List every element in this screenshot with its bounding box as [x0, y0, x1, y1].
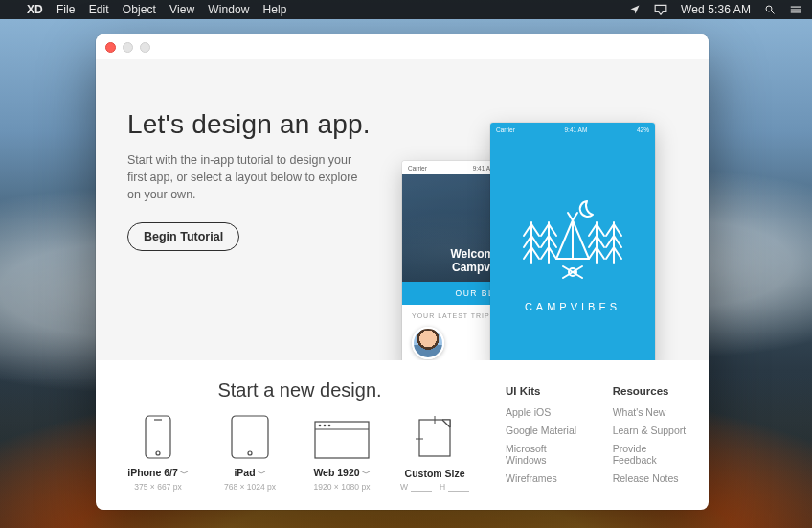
hero-subtitle: Start with the in-app tutorial to design…	[127, 151, 372, 203]
xd-welcome-window: Let's design an app. Start with the in-a…	[96, 34, 709, 510]
statusbar: Carrier 9:41 AM 42%	[490, 123, 655, 136]
app-menu[interactable]: XD	[27, 3, 43, 16]
menu-help[interactable]: Help	[262, 3, 286, 16]
ui-kits-column: UI Kits Apple iOS Google Material Micros…	[506, 385, 588, 498]
spotlight-icon[interactable]	[764, 4, 776, 15]
svg-point-24	[324, 425, 327, 427]
svg-line-11	[568, 213, 573, 220]
link-release-notes[interactable]: Release Notes	[613, 472, 691, 484]
browser-icon	[314, 421, 370, 459]
resources-heading: Resources	[613, 385, 691, 397]
tile-dim: 1920 × 1080 px	[308, 482, 375, 492]
tile-name: Custom Size	[405, 468, 465, 479]
hero-preview: Carrier 9:41 AM 100% Welcome to Campvibe…	[402, 123, 709, 360]
svg-line-12	[573, 213, 577, 220]
menu-extras-icon[interactable]	[789, 4, 802, 15]
custom-height-input[interactable]	[448, 481, 469, 492]
svg-rect-21	[315, 422, 369, 458]
window-titlebar[interactable]	[96, 34, 709, 59]
window-close-button[interactable]	[105, 42, 116, 53]
hero-section: Let's design an app. Start with the in-a…	[96, 59, 709, 360]
avatar	[412, 327, 444, 359]
tile-ipad[interactable]: iPad﹀ 768 × 1024 px	[216, 415, 283, 492]
location-icon[interactable]	[629, 4, 641, 15]
tile-name: iPhone 6/7	[127, 467, 178, 478]
svg-rect-26	[419, 420, 450, 456]
chevron-down-icon: ﹀	[258, 469, 266, 478]
custom-width-input[interactable]	[411, 481, 432, 492]
new-design-section: Start a new design. iPhone 6/7﹀ 375 × 66…	[96, 360, 488, 510]
menu-edit[interactable]: Edit	[89, 3, 109, 16]
hero-title: Let's design an app.	[127, 109, 395, 140]
kit-wireframes[interactable]: Wireframes	[506, 472, 588, 484]
svg-point-17	[156, 451, 160, 455]
new-design-heading: Start a new design.	[124, 379, 475, 402]
brand-name: CAMPVIBES	[525, 301, 620, 312]
tablet-icon	[231, 415, 269, 459]
ui-kits-heading: UI Kits	[506, 385, 588, 397]
menu-view[interactable]: View	[169, 3, 194, 16]
link-whats-new[interactable]: What's New	[613, 406, 691, 418]
carrier-label: Carrier	[496, 126, 515, 133]
menubar-clock[interactable]: Wed 5:36 AM	[681, 3, 751, 16]
airplay-icon[interactable]	[654, 4, 667, 15]
menu-window[interactable]: Window	[208, 3, 249, 16]
tile-custom[interactable]: Custom Size W H	[400, 416, 469, 492]
carrier-label: Carrier	[408, 165, 427, 172]
svg-point-25	[328, 425, 331, 427]
phone-icon	[145, 415, 171, 459]
resources-column: Resources What's New Learn & Support Pro…	[613, 385, 691, 498]
width-label: W	[400, 482, 408, 492]
link-provide-feedback[interactable]: Provide Feedback	[613, 443, 691, 466]
begin-tutorial-button[interactable]: Begin Tutorial	[127, 222, 239, 251]
kit-google-material[interactable]: Google Material	[506, 425, 588, 436]
tile-dim: 768 × 1024 px	[216, 482, 283, 492]
link-learn-support[interactable]: Learn & Support	[613, 425, 691, 436]
svg-point-20	[248, 451, 252, 455]
tile-dim: 375 × 667 px	[124, 482, 192, 492]
time-label: 9:41 AM	[565, 126, 588, 133]
tile-web[interactable]: Web 1920﹀ 1920 × 1080 px	[308, 421, 375, 492]
svg-point-23	[319, 425, 322, 427]
tile-iphone[interactable]: iPhone 6/7﹀ 375 × 667 px	[124, 415, 192, 492]
svg-line-1	[772, 11, 775, 14]
preview-phone-front: Carrier 9:41 AM 42%	[490, 123, 655, 360]
tile-name: Web 1920	[313, 467, 359, 478]
battery-label: 42%	[637, 126, 649, 133]
custom-artboard-icon	[416, 416, 454, 460]
menu-object[interactable]: Object	[123, 3, 156, 16]
macos-menubar: XD File Edit Object View Window Help Wed…	[0, 0, 812, 19]
kit-microsoft-windows[interactable]: Microsoft Windows	[506, 443, 588, 466]
campvibes-logo-icon	[520, 195, 625, 282]
kit-apple-ios[interactable]: Apple iOS	[506, 406, 588, 418]
chevron-down-icon: ﹀	[180, 469, 189, 478]
chevron-down-icon: ﹀	[362, 469, 371, 478]
svg-point-0	[766, 6, 772, 11]
window-zoom-button[interactable]	[140, 42, 150, 53]
window-minimize-button[interactable]	[123, 42, 133, 53]
menu-file[interactable]: File	[56, 3, 76, 16]
height-label: H	[440, 482, 445, 492]
tile-name: iPad	[234, 467, 255, 478]
